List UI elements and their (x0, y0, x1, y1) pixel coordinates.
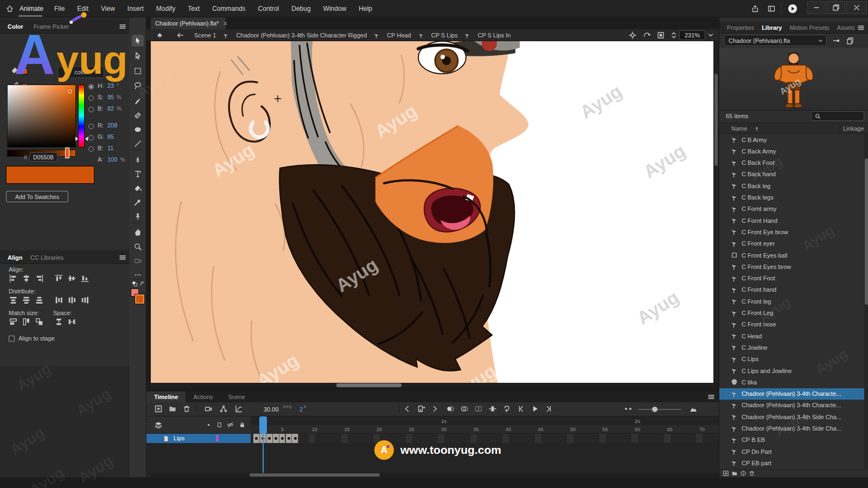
share-icon[interactable] (750, 3, 761, 14)
timeline-scroll-handle[interactable] (250, 473, 380, 477)
graph-editor-icon[interactable] (234, 404, 244, 414)
test-movie-icon[interactable] (787, 3, 799, 15)
align-top-icon[interactable] (54, 274, 64, 284)
library-item[interactable]: CP EB part (719, 457, 864, 468)
parent-layers-icon[interactable] (219, 404, 229, 414)
camera-icon[interactable] (204, 404, 214, 414)
previous-keyframe-icon[interactable] (403, 404, 412, 414)
library-search-box[interactable] (811, 111, 864, 121)
library-item[interactable]: C Front eyer (719, 238, 864, 249)
current-frame-value[interactable]: 2 (299, 406, 303, 413)
lock-all-icon[interactable] (239, 421, 246, 429)
tab-timeline[interactable]: Timeline (146, 391, 186, 402)
reset-timeline-zoom-icon[interactable] (624, 404, 634, 414)
color-type-dropdown[interactable]: color (58, 66, 104, 78)
line-tool[interactable] (132, 138, 144, 150)
color-mode-radio[interactable] (88, 124, 94, 129)
step-forward-icon[interactable] (545, 404, 554, 414)
hue-slider[interactable] (78, 85, 85, 147)
match-width-icon[interactable] (9, 317, 18, 327)
color-value[interactable]: 95 (107, 94, 114, 100)
asset-warp-tool[interactable] (132, 210, 144, 222)
resize-timeline-view-icon[interactable] (689, 404, 699, 414)
clip-content-icon[interactable] (656, 31, 665, 40)
menu-view[interactable]: View (100, 5, 116, 12)
tab-color[interactable]: Color (8, 23, 23, 30)
new-folder-icon[interactable] (168, 404, 178, 414)
library-item[interactable]: C Back Foot (719, 157, 864, 169)
menu-file[interactable]: File (53, 5, 66, 12)
pin-library-icon[interactable] (832, 36, 841, 45)
fps-value[interactable]: 30.00 (264, 406, 279, 413)
ruler-frames[interactable]: 510152025303540455055606570 (251, 425, 719, 434)
close-button[interactable] (846, 1, 867, 14)
app-menu-animate[interactable]: Animate (20, 5, 43, 12)
keyframe-cell[interactable] (279, 434, 286, 443)
timeline-scrollbar[interactable] (151, 473, 719, 477)
hue-handle-left[interactable] (75, 137, 78, 141)
color-mode-radio[interactable] (88, 95, 94, 101)
layer-name[interactable]: Lips (174, 435, 184, 441)
column-linkage[interactable]: Linkage (843, 125, 864, 132)
menu-help[interactable]: Help (358, 5, 373, 12)
library-item[interactable]: C Back leg (719, 180, 864, 191)
space-vertical-icon[interactable] (54, 317, 64, 327)
keyframe-cell[interactable] (286, 434, 292, 443)
distribute-top-icon[interactable] (9, 296, 18, 305)
library-item[interactable]: Chadoor (Pehlvaan) 3-4th Side Cha... (719, 411, 864, 422)
color-mode-radio[interactable] (88, 84, 94, 89)
distribute-bottom-icon[interactable] (35, 296, 44, 305)
library-item[interactable]: C Fornt army (719, 203, 864, 215)
layer-row-lips[interactable]: Lips (146, 434, 251, 443)
match-height-icon[interactable] (22, 317, 31, 327)
fluid-brush-tool[interactable] (132, 95, 144, 107)
zoom-level-input[interactable]: 231% (679, 30, 705, 40)
onion-skin-outlines-icon[interactable] (460, 404, 470, 414)
zoom-stepper-icon[interactable] (669, 31, 678, 40)
camera-tool[interactable] (132, 255, 144, 267)
eyedropper-tool[interactable] (132, 196, 144, 208)
new-layer-icon[interactable] (154, 404, 164, 414)
subselection-tool[interactable] (132, 50, 144, 62)
library-item[interactable]: Chadoor (Pehlvaan) 3-4th Characte... (719, 400, 864, 411)
eraser-tool[interactable] (132, 110, 144, 121)
hex-input[interactable] (29, 152, 58, 162)
menu-commands[interactable]: Commands (211, 5, 246, 12)
library-item[interactable]: C Back legs (719, 192, 864, 203)
show-all-icon[interactable] (205, 421, 213, 429)
color-value[interactable]: 23 (107, 82, 114, 89)
library-scroll-handle[interactable] (865, 158, 868, 305)
color-value[interactable]: 11 (107, 145, 113, 151)
frame-view-slider-knob[interactable] (652, 407, 658, 412)
menu-window[interactable]: Window (322, 5, 348, 12)
zoom-dropdown-icon[interactable] (706, 31, 715, 40)
color-gradient-picker[interactable] (7, 85, 76, 147)
distribute-horizontal-center-icon[interactable] (67, 296, 77, 305)
center-stage-icon[interactable] (628, 31, 637, 40)
insert-keyframe-icon[interactable] (417, 404, 426, 414)
loop-icon[interactable] (502, 404, 512, 414)
breadcrumb-item[interactable]: CP Head (387, 32, 411, 38)
library-item[interactable]: C tika (719, 376, 864, 388)
library-item[interactable]: C Front Foot (719, 273, 864, 284)
distribute-right-icon[interactable] (80, 296, 90, 305)
menu-debug[interactable]: Debug (290, 5, 311, 12)
menu-text[interactable]: Text (187, 5, 201, 12)
breadcrumb-item[interactable]: Chadoor (Pehlvaan) 3-4th Side Character … (236, 32, 367, 38)
tab-library[interactable]: Library (762, 24, 782, 31)
sort-up-icon[interactable] (753, 125, 760, 132)
back-icon[interactable] (176, 31, 184, 40)
tab-assets[interactable]: Assets (837, 24, 855, 31)
play-icon[interactable] (531, 404, 540, 414)
library-item[interactable]: CP Dn Part (719, 446, 864, 457)
tab-cc-libraries[interactable]: CC Libraries (30, 254, 63, 261)
pen-tool[interactable] (132, 154, 144, 166)
free-transform-tool[interactable] (132, 65, 144, 77)
document-tab[interactable]: Chadoor (Pehlvaan).fla* (151, 17, 226, 29)
new-library-panel-icon[interactable] (845, 36, 854, 45)
color-value[interactable]: 100 (107, 156, 117, 163)
align-bottom-icon[interactable] (80, 274, 90, 284)
space-horizontal-icon[interactable] (67, 317, 77, 327)
library-item[interactable]: C Back hand (719, 169, 864, 180)
delete-icon[interactable] (182, 404, 192, 414)
